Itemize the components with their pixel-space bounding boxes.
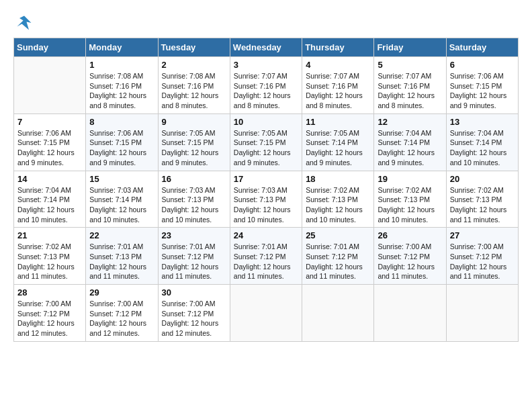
day-number: 4	[306, 60, 370, 70]
day-number: 21	[17, 230, 82, 240]
weekday-header-tuesday: Tuesday	[158, 38, 230, 57]
day-info: Sunrise: 7:03 AM Sunset: 7:13 PM Dayligh…	[234, 185, 298, 225]
day-info: Sunrise: 7:00 AM Sunset: 7:12 PM Dayligh…	[450, 242, 515, 281]
calendar-week-row: 28Sunrise: 7:00 AM Sunset: 7:12 PM Dayli…	[14, 285, 519, 342]
day-number: 18	[306, 174, 370, 184]
day-number: 2	[162, 60, 226, 70]
calendar-cell: 12Sunrise: 7:04 AM Sunset: 7:14 PM Dayli…	[374, 113, 446, 171]
calendar-cell: 11Sunrise: 7:05 AM Sunset: 7:14 PM Dayli…	[302, 113, 374, 171]
day-info: Sunrise: 7:00 AM Sunset: 7:12 PM Dayligh…	[162, 299, 226, 338]
calendar-cell: 16Sunrise: 7:03 AM Sunset: 7:13 PM Dayli…	[158, 171, 230, 228]
day-info: Sunrise: 7:01 AM Sunset: 7:12 PM Dayligh…	[162, 242, 226, 281]
calendar-cell: 24Sunrise: 7:01 AM Sunset: 7:12 PM Dayli…	[230, 228, 302, 285]
calendar-cell: 17Sunrise: 7:03 AM Sunset: 7:13 PM Dayli…	[230, 171, 302, 228]
day-info: Sunrise: 7:00 AM Sunset: 7:12 PM Dayligh…	[378, 242, 442, 281]
calendar-week-row: 7Sunrise: 7:06 AM Sunset: 7:15 PM Daylig…	[14, 113, 519, 171]
day-info: Sunrise: 7:06 AM Sunset: 7:15 PM Dayligh…	[89, 128, 154, 168]
weekday-header-friday: Friday	[374, 38, 446, 57]
calendar-cell: 20Sunrise: 7:02 AM Sunset: 7:13 PM Dayli…	[446, 171, 518, 228]
day-info: Sunrise: 7:07 AM Sunset: 7:16 PM Dayligh…	[234, 71, 298, 111]
calendar-cell: 27Sunrise: 7:00 AM Sunset: 7:12 PM Dayli…	[446, 228, 518, 285]
calendar-cell: 7Sunrise: 7:06 AM Sunset: 7:15 PM Daylig…	[14, 113, 86, 171]
day-info: Sunrise: 7:01 AM Sunset: 7:12 PM Dayligh…	[306, 242, 370, 281]
day-number: 16	[162, 174, 226, 184]
day-info: Sunrise: 7:00 AM Sunset: 7:12 PM Dayligh…	[89, 299, 154, 338]
day-number: 20	[450, 174, 515, 184]
calendar-cell: 8Sunrise: 7:06 AM Sunset: 7:15 PM Daylig…	[86, 113, 158, 171]
calendar-cell: 5Sunrise: 7:07 AM Sunset: 7:16 PM Daylig…	[374, 57, 446, 114]
day-number: 17	[234, 174, 298, 184]
day-info: Sunrise: 7:07 AM Sunset: 7:16 PM Dayligh…	[306, 71, 370, 111]
weekday-header-sunday: Sunday	[14, 38, 86, 57]
calendar-cell: 13Sunrise: 7:04 AM Sunset: 7:14 PM Dayli…	[446, 113, 518, 171]
day-info: Sunrise: 7:02 AM Sunset: 7:13 PM Dayligh…	[450, 185, 515, 225]
day-info: Sunrise: 7:03 AM Sunset: 7:13 PM Dayligh…	[162, 185, 226, 225]
day-number: 8	[89, 117, 154, 127]
day-number: 23	[162, 230, 226, 240]
day-info: Sunrise: 7:01 AM Sunset: 7:12 PM Dayligh…	[234, 242, 298, 281]
day-number: 19	[378, 174, 442, 184]
day-number: 5	[378, 60, 442, 70]
day-info: Sunrise: 7:03 AM Sunset: 7:14 PM Dayligh…	[89, 185, 154, 225]
svg-marker-0	[17, 16, 32, 30]
day-info: Sunrise: 7:07 AM Sunset: 7:16 PM Dayligh…	[378, 71, 442, 111]
calendar-cell: 2Sunrise: 7:08 AM Sunset: 7:16 PM Daylig…	[158, 57, 230, 114]
day-number: 22	[89, 230, 154, 240]
calendar-cell	[446, 285, 518, 342]
day-number: 12	[378, 117, 442, 127]
day-info: Sunrise: 7:06 AM Sunset: 7:15 PM Dayligh…	[17, 128, 82, 168]
calendar-cell: 18Sunrise: 7:02 AM Sunset: 7:13 PM Dayli…	[302, 171, 374, 228]
day-number: 24	[234, 230, 298, 240]
day-number: 3	[234, 60, 298, 70]
day-info: Sunrise: 7:00 AM Sunset: 7:12 PM Dayligh…	[17, 299, 82, 338]
calendar-cell: 28Sunrise: 7:00 AM Sunset: 7:12 PM Dayli…	[14, 285, 86, 342]
day-number: 6	[450, 60, 515, 70]
calendar-week-row: 21Sunrise: 7:02 AM Sunset: 7:13 PM Dayli…	[14, 228, 519, 285]
weekday-header-monday: Monday	[86, 38, 158, 57]
calendar-cell: 4Sunrise: 7:07 AM Sunset: 7:16 PM Daylig…	[302, 57, 374, 114]
calendar-cell	[14, 57, 86, 114]
weekday-header-thursday: Thursday	[302, 38, 374, 57]
calendar-cell: 6Sunrise: 7:06 AM Sunset: 7:15 PM Daylig…	[446, 57, 518, 114]
weekday-header-saturday: Saturday	[446, 38, 518, 57]
calendar-cell: 10Sunrise: 7:05 AM Sunset: 7:15 PM Dayli…	[230, 113, 302, 171]
day-number: 14	[17, 174, 82, 184]
calendar-cell	[302, 285, 374, 342]
day-info: Sunrise: 7:01 AM Sunset: 7:13 PM Dayligh…	[89, 242, 154, 281]
day-number: 7	[17, 117, 82, 127]
day-info: Sunrise: 7:06 AM Sunset: 7:15 PM Dayligh…	[450, 71, 515, 111]
calendar-week-row: 1Sunrise: 7:08 AM Sunset: 7:16 PM Daylig…	[14, 57, 519, 114]
day-number: 28	[17, 287, 82, 298]
day-info: Sunrise: 7:04 AM Sunset: 7:14 PM Dayligh…	[378, 128, 442, 168]
day-number: 29	[89, 287, 154, 298]
calendar-cell: 29Sunrise: 7:00 AM Sunset: 7:12 PM Dayli…	[86, 285, 158, 342]
day-number: 11	[306, 117, 370, 127]
calendar-cell: 15Sunrise: 7:03 AM Sunset: 7:14 PM Dayli…	[86, 171, 158, 228]
calendar-header-row: SundayMondayTuesdayWednesdayThursdayFrid…	[14, 38, 519, 57]
calendar-cell: 25Sunrise: 7:01 AM Sunset: 7:12 PM Dayli…	[302, 228, 374, 285]
day-info: Sunrise: 7:05 AM Sunset: 7:14 PM Dayligh…	[306, 128, 370, 168]
calendar-cell: 21Sunrise: 7:02 AM Sunset: 7:13 PM Dayli…	[14, 228, 86, 285]
page-header	[13, 13, 519, 32]
day-info: Sunrise: 7:04 AM Sunset: 7:14 PM Dayligh…	[450, 128, 515, 168]
day-info: Sunrise: 7:05 AM Sunset: 7:15 PM Dayligh…	[234, 128, 298, 168]
calendar-cell: 1Sunrise: 7:08 AM Sunset: 7:16 PM Daylig…	[86, 57, 158, 114]
day-info: Sunrise: 7:02 AM Sunset: 7:13 PM Dayligh…	[306, 185, 370, 225]
day-number: 13	[450, 117, 515, 127]
calendar-cell: 22Sunrise: 7:01 AM Sunset: 7:13 PM Dayli…	[86, 228, 158, 285]
calendar-cell: 9Sunrise: 7:05 AM Sunset: 7:15 PM Daylig…	[158, 113, 230, 171]
day-number: 10	[234, 117, 298, 127]
day-number: 27	[450, 230, 515, 240]
day-info: Sunrise: 7:08 AM Sunset: 7:16 PM Dayligh…	[162, 71, 226, 111]
day-info: Sunrise: 7:04 AM Sunset: 7:14 PM Dayligh…	[17, 185, 82, 225]
calendar-table: SundayMondayTuesdayWednesdayThursdayFrid…	[13, 38, 519, 342]
day-number: 9	[162, 117, 226, 127]
day-number: 30	[162, 287, 226, 298]
calendar-cell: 30Sunrise: 7:00 AM Sunset: 7:12 PM Dayli…	[158, 285, 230, 342]
day-number: 26	[378, 230, 442, 240]
day-info: Sunrise: 7:08 AM Sunset: 7:16 PM Dayligh…	[89, 71, 154, 111]
day-number: 15	[89, 174, 154, 184]
calendar-cell: 3Sunrise: 7:07 AM Sunset: 7:16 PM Daylig…	[230, 57, 302, 114]
day-info: Sunrise: 7:02 AM Sunset: 7:13 PM Dayligh…	[17, 242, 82, 281]
logo	[13, 13, 34, 32]
